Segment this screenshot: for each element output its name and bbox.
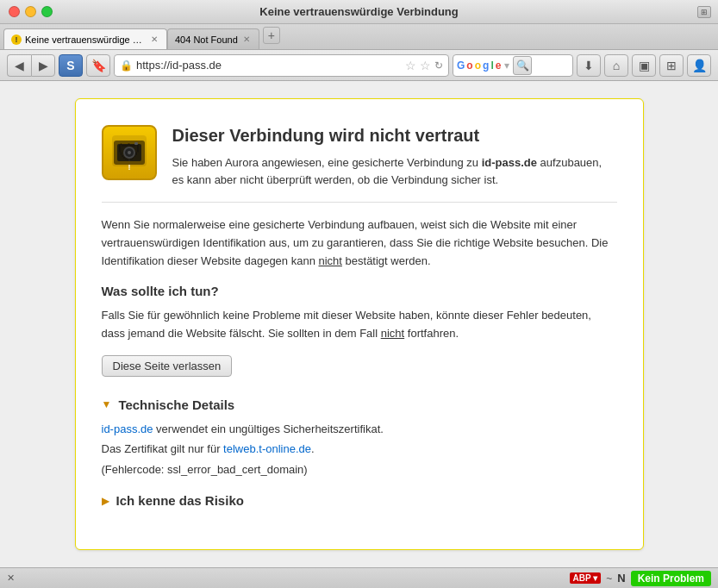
warning-shield-svg: !	[109, 132, 150, 173]
svg-text:!: !	[128, 163, 130, 172]
abp-arrow: ▾	[593, 573, 597, 583]
error-code-text: (Fehlercode: ssl_error_bad_cert_domain)	[102, 463, 308, 476]
minimize-window-button[interactable]	[25, 6, 36, 17]
know-risk-title: Ich kenne das Risiko	[116, 493, 244, 508]
window-grid-button[interactable]: ⊞	[697, 6, 711, 18]
status-bar: ✕ ABP ▾ ~ N Kein Problem	[0, 567, 718, 588]
status-close-icon: ✕	[7, 572, 15, 584]
browser-content: 🛡 ! !	[0, 81, 718, 567]
lock-icon: 🔒	[120, 59, 133, 72]
tilde-separator: ~	[606, 572, 612, 585]
cannot-text: nicht	[318, 254, 341, 267]
tab-label-inactive: 404 Not Found	[175, 34, 238, 45]
tab-close-inactive[interactable]: ✕	[241, 34, 252, 45]
error-icon-container: 🛡 ! !	[102, 125, 157, 180]
svg-point-7	[128, 151, 131, 154]
error-domain: id-pass.de	[482, 156, 537, 169]
know-risk-arrow-icon: ▶	[102, 495, 109, 507]
search-divider: ▾	[504, 59, 509, 72]
tab-inactive[interactable]: 404 Not Found ✕	[167, 28, 259, 49]
tab-bar: ! Keine vertrauenswürdige Verbi... ✕ 404…	[0, 24, 718, 50]
leave-page-button[interactable]: Diese Seite verlassen	[102, 355, 233, 377]
technical-detail-3: (Fehlercode: ssl_error_bad_cert_domain)	[102, 460, 617, 479]
tab-close-active[interactable]: ✕	[149, 34, 159, 45]
detail-text-2-pre: Das Zertifikat gilt nur für	[102, 442, 224, 455]
error-header: 🛡 ! !	[102, 125, 617, 203]
window-controls-right: ⊞	[697, 6, 711, 18]
kein-problem-button[interactable]: Kein Problem	[631, 571, 711, 586]
nav-bar: ◀ ▶ S 🔖 🔒 https://id-pass.de ☆ ☆ ↻ Googl…	[0, 50, 718, 81]
download-button[interactable]: ⬇	[577, 54, 601, 77]
know-risk-header[interactable]: ▶ Ich kenne das Risiko	[102, 493, 617, 508]
error-icon-inner: 🛡 ! !	[102, 125, 157, 180]
google-logo: Google	[457, 59, 501, 72]
user-button[interactable]: 👤	[687, 54, 711, 77]
details-arrow-icon: ▼	[102, 398, 112, 410]
detail-text-1: verwendet ein ungültiges Sicherheitszert…	[156, 422, 384, 435]
error-heading: Dieser Verbindung wird nicht vertraut	[172, 125, 617, 146]
url-text: https://id-pass.de	[136, 59, 402, 72]
error-action-text: Falls Sie für gewöhnlich keine Probleme …	[102, 307, 617, 343]
sync-button[interactable]: S	[59, 54, 83, 77]
url-bar[interactable]: 🔒 https://id-pass.de ☆ ☆ ↻	[114, 54, 449, 77]
detail-domain-link: id-pass.de	[102, 422, 153, 435]
what-to-do-title: Was sollte ich tun?	[102, 284, 617, 298]
traffic-lights	[9, 6, 53, 17]
window-title: Keine vertrauenswürdige Verbindung	[259, 5, 458, 18]
error-card: 🛡 ! !	[75, 98, 644, 550]
tab-active[interactable]: ! Keine vertrauenswürdige Verbi... ✕	[3, 28, 167, 49]
nav-right-buttons: ⬇ ⌂ ▣ ⊞ 👤	[577, 54, 711, 77]
grid-button[interactable]: ⊞	[659, 54, 684, 77]
home-button[interactable]: ⌂	[604, 54, 628, 77]
bookmark-star2-icon: ☆	[420, 59, 431, 72]
close-window-button[interactable]	[9, 6, 20, 17]
search-bar[interactable]: Google ▾ 🔍	[453, 54, 573, 77]
maximize-window-button[interactable]	[41, 6, 53, 17]
action-pre: Falls Sie für gewöhnlich keine Probleme …	[102, 309, 591, 340]
technical-details-title: Technische Details	[118, 397, 234, 412]
refresh-icon[interactable]: ↻	[434, 59, 443, 72]
error-subtitle-pre: Sie haben Aurora angewiesen, eine gesich…	[172, 156, 482, 169]
n-label: N	[617, 572, 625, 585]
detail-domain-2: telweb.t-online.de	[223, 442, 311, 455]
error-title-section: Dieser Verbindung wird nicht vertraut Si…	[172, 125, 617, 188]
svg-rect-8	[134, 142, 138, 145]
technical-details-section: ▼ Technische Details id-pass.de verwende…	[102, 397, 617, 479]
search-submit-button[interactable]: 🔍	[513, 56, 532, 75]
technical-detail-1: id-pass.de verwendet ein ungültiges Sich…	[102, 419, 617, 439]
tab-label-active: Keine vertrauenswürdige Verbi...	[25, 34, 146, 45]
screen-button[interactable]: ▣	[632, 54, 656, 77]
detail-text-2-post: .	[311, 442, 315, 455]
technical-detail-2: Das Zertifikat gilt nur für telweb.t-onl…	[102, 439, 617, 459]
error-body-text: Wenn Sie normalerweise eine gesicherte V…	[102, 216, 617, 270]
title-bar: Keine vertrauenswürdige Verbindung ⊞	[0, 0, 718, 24]
tab-warning-icon: !	[11, 34, 22, 45]
error-subtitle: Sie haben Aurora angewiesen, eine gesich…	[172, 154, 617, 188]
abp-badge: ABP ▾	[570, 572, 602, 584]
error-body-content: Wenn Sie normalerweise eine gesicherte V…	[102, 218, 609, 267]
nav-back-forward-group: ◀ ▶	[7, 54, 55, 77]
bookmark-star-icon: ☆	[405, 59, 416, 72]
know-risk-section: ▶ Ich kenne das Risiko	[102, 493, 617, 508]
bookmark-button[interactable]: 🔖	[86, 54, 110, 77]
not-text: nicht	[381, 327, 404, 340]
abp-label: ABP	[573, 573, 591, 583]
new-tab-button[interactable]: +	[263, 27, 280, 44]
technical-details-content: id-pass.de verwendet ein ungültiges Sich…	[102, 419, 617, 479]
technical-details-header[interactable]: ▼ Technische Details	[102, 397, 617, 412]
forward-button[interactable]: ▶	[31, 54, 55, 77]
back-button[interactable]: ◀	[7, 54, 31, 77]
